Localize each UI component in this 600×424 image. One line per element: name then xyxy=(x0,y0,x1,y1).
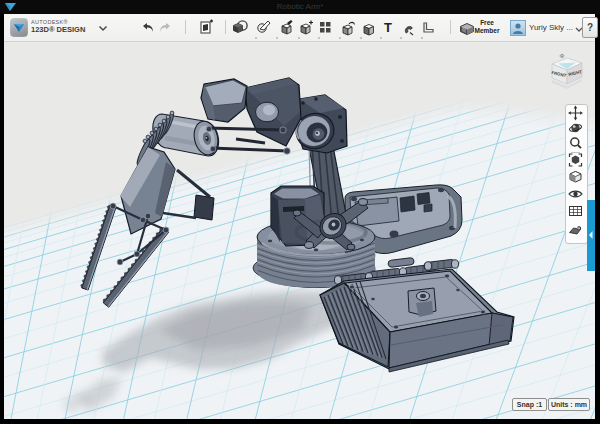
svg-text:T: T xyxy=(384,20,392,35)
